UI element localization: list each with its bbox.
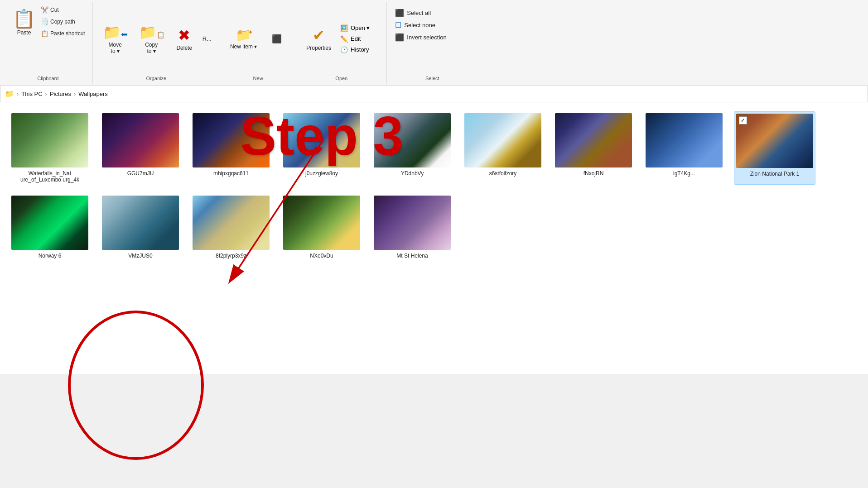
edit-icon: ✏️: [340, 35, 348, 43]
properties-button[interactable]: ✔ Properties: [302, 21, 336, 57]
file-item-f9[interactable]: ✓Zion National Park 1: [734, 111, 815, 185]
paste-icon: 📋: [13, 8, 35, 29]
new-item-button[interactable]: 📁 ✦ New item ▾: [226, 21, 261, 57]
history-label: History: [351, 46, 369, 53]
file-thumbnail: [102, 196, 179, 250]
file-item-f5[interactable]: YDdnbVy: [371, 111, 453, 185]
file-name: fNxojRN: [583, 170, 604, 177]
cut-button[interactable]: ✂️ Cut: [39, 5, 87, 15]
open-sub-col: 🖼️ Open ▾ ✏️ Edit 🕐 History: [338, 23, 372, 55]
open-label: Open: [302, 74, 381, 82]
select-label: Select: [392, 74, 472, 82]
file-thumbnail: [102, 113, 179, 167]
file-item-f8[interactable]: lgT4Kg...: [643, 111, 725, 185]
file-thumbnail: [11, 113, 88, 167]
properties-label: Properties: [306, 45, 331, 51]
cut-label: Cut: [50, 7, 59, 13]
open-button[interactable]: 🖼️ Open ▾: [338, 23, 372, 33]
folder-icon: 📁: [5, 90, 14, 98]
file-grid: Step 3 Waterfalls_in_Nat ure_of_Luxembo …: [0, 102, 868, 374]
select-none-button[interactable]: ☐ Select none: [392, 19, 449, 31]
toolbar: 📋 Paste ✂️ Cut 🗒️ Copy path 📋 Paste shor…: [0, 0, 868, 86]
organize-buttons: 📁⬅ Moveto ▾ 📁📋 Copyto ▾ ✖ Delete R...: [98, 4, 214, 74]
edit-label: Edit: [351, 35, 361, 42]
file-name: 8f2plyrp3x9z: [216, 253, 246, 259]
file-thumbnail: [193, 113, 270, 167]
paste-button[interactable]: 📋 Paste: [9, 4, 39, 40]
invert-selection-button[interactable]: ⬛ Invert selection: [392, 32, 449, 43]
select-section: ⬛ Select all ☐ Select none ⬛ Invert sele…: [387, 2, 477, 84]
clipboard-sub-buttons: ✂️ Cut 🗒️ Copy path 📋 Paste shortcut: [39, 4, 87, 40]
paste-shortcut-label: Paste shortcut: [50, 30, 85, 37]
easy-access-icon: ⬛: [272, 34, 282, 44]
move-to-button[interactable]: 📁⬅ Moveto ▾: [98, 21, 132, 57]
easy-access-button[interactable]: ⬛: [263, 21, 290, 57]
file-item-f10[interactable]: Norway 6: [9, 194, 91, 261]
invert-icon: ⬛: [395, 33, 404, 42]
file-name: s6stfoifzory: [489, 170, 517, 177]
delete-button[interactable]: ✖ Delete: [171, 21, 198, 57]
file-name: YDdnbVy: [401, 170, 424, 177]
select-none-label: Select none: [404, 22, 435, 29]
clipboard-section: 📋 Paste ✂️ Cut 🗒️ Copy path 📋 Paste shor…: [4, 2, 93, 84]
copy-to-label: Copyto ▾: [145, 42, 158, 54]
organize-label: Organize: [98, 74, 214, 82]
select-none-icon: ☐: [395, 21, 401, 29]
file-name: lgT4Kg...: [673, 170, 695, 177]
file-item-f3[interactable]: mhipxgqac611: [190, 111, 272, 185]
copy-path-label: Copy path: [50, 19, 75, 25]
copy-path-button[interactable]: 🗒️ Copy path: [39, 16, 87, 27]
file-thumbnail: [374, 113, 451, 167]
file-item-f2[interactable]: GGU7mJU: [100, 111, 181, 185]
edit-button[interactable]: ✏️ Edit: [338, 34, 372, 44]
select-all-icon: ⬛: [395, 9, 404, 17]
address-this-pc[interactable]: This PC: [21, 91, 42, 97]
file-name: Mt St Helena: [396, 253, 428, 259]
file-thumbnail: [555, 113, 632, 167]
select-all-label: Select all: [407, 10, 431, 16]
new-section: 📁 ✦ New item ▾ ⬛ New: [220, 2, 296, 84]
clipboard-label: Clipboard: [9, 74, 87, 82]
paste-shortcut-icon: 📋: [41, 30, 48, 37]
separator-1: ›: [17, 91, 19, 97]
organize-section: 📁⬅ Moveto ▾ 📁📋 Copyto ▾ ✖ Delete R... Or…: [93, 2, 220, 84]
open-buttons: ✔ Properties 🖼️ Open ▾ ✏️ Edit 🕐 History: [302, 4, 372, 74]
cut-icon: ✂️: [41, 6, 48, 14]
new-item-label: New item ▾: [230, 43, 257, 50]
copy-to-button[interactable]: 📁📋 Copyto ▾: [134, 21, 169, 57]
file-name: Zion National Park 1: [750, 171, 800, 177]
separator-2: ›: [45, 91, 47, 97]
invert-label: Invert selection: [407, 34, 446, 41]
open-icon: 🖼️: [340, 24, 348, 32]
select-all-button[interactable]: ⬛ Select all: [392, 7, 449, 19]
open-section: ✔ Properties 🖼️ Open ▾ ✏️ Edit 🕐 History…: [296, 2, 387, 84]
address-wallpapers[interactable]: Wallpapers: [78, 91, 108, 97]
file-item-f12[interactable]: 8f2plyrp3x9z: [190, 194, 272, 261]
file-name: GGU7mJU: [127, 170, 154, 177]
open-label: Open ▾: [351, 24, 370, 31]
move-to-icon: 📁⬅: [103, 24, 128, 41]
circle-annotation: [68, 311, 204, 460]
file-item-f13[interactable]: NXe0vDu: [281, 194, 362, 261]
new-label: New: [226, 74, 290, 82]
address-pictures[interactable]: Pictures: [50, 91, 71, 97]
file-item-f6[interactable]: s6stfoifzory: [462, 111, 544, 185]
separator-3: ›: [74, 91, 76, 97]
file-checkbox[interactable]: ✓: [739, 116, 747, 124]
file-name: j0uzzglew8oy: [305, 170, 338, 177]
copy-to-icon: 📁📋: [139, 24, 164, 41]
rename-label: R...: [203, 35, 212, 42]
history-button[interactable]: 🕐 History: [338, 45, 372, 55]
file-item-f1[interactable]: Waterfalls_in_Nat ure_of_Luxembo urg_4k: [9, 111, 91, 185]
file-thumbnail: [464, 113, 541, 167]
file-thumbnail: [646, 113, 723, 167]
file-item-f4[interactable]: j0uzzglew8oy: [281, 111, 362, 185]
file-item-f14[interactable]: Mt St Helena: [371, 194, 453, 261]
paste-shortcut-button[interactable]: 📋 Paste shortcut: [39, 28, 87, 39]
file-thumbnail: [283, 196, 360, 250]
rename-button[interactable]: R...: [200, 21, 214, 57]
file-item-f7[interactable]: fNxojRN: [553, 111, 634, 185]
file-name: mhipxgqac611: [213, 170, 249, 177]
file-item-f11[interactable]: VMzJUS0: [100, 194, 181, 261]
select-buttons: ⬛ Select all ☐ Select none ⬛ Invert sele…: [392, 7, 449, 43]
